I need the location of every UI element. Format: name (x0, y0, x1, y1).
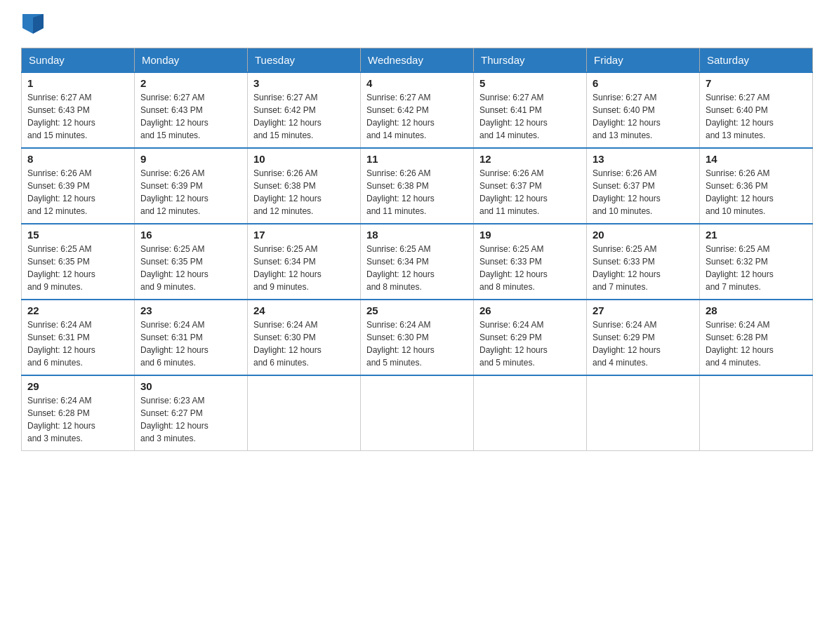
day-info: Sunrise: 6:27 AMSunset: 6:43 PMDaylight:… (27, 93, 95, 140)
day-of-week-header: Friday (587, 48, 700, 73)
calendar-cell: 24Sunrise: 6:24 AMSunset: 6:30 PMDayligh… (248, 300, 361, 375)
calendar-cell: 7Sunrise: 6:27 AMSunset: 6:40 PMDaylight… (700, 72, 813, 148)
calendar-cell: 19Sunrise: 6:25 AMSunset: 6:33 PMDayligh… (474, 224, 587, 300)
day-info: Sunrise: 6:27 AMSunset: 6:43 PMDaylight:… (140, 93, 208, 140)
day-number: 29 (27, 380, 128, 392)
calendar-cell (248, 375, 361, 451)
day-number: 3 (253, 77, 355, 89)
day-of-week-header: Wednesday (361, 48, 474, 73)
day-of-week-header: Monday (135, 48, 248, 73)
calendar-cell: 21Sunrise: 6:25 AMSunset: 6:32 PMDayligh… (700, 224, 813, 300)
day-number: 27 (593, 304, 694, 316)
calendar-cell: 29Sunrise: 6:24 AMSunset: 6:28 PMDayligh… (22, 375, 135, 451)
calendar-cell: 11Sunrise: 6:26 AMSunset: 6:38 PMDayligh… (361, 148, 474, 224)
calendar-cell: 9Sunrise: 6:26 AMSunset: 6:39 PMDaylight… (135, 148, 248, 224)
calendar-cell: 12Sunrise: 6:26 AMSunset: 6:37 PMDayligh… (474, 148, 587, 224)
calendar-cell: 14Sunrise: 6:26 AMSunset: 6:36 PMDayligh… (700, 148, 813, 224)
calendar-week-row: 15Sunrise: 6:25 AMSunset: 6:35 PMDayligh… (22, 224, 813, 300)
day-info: Sunrise: 6:26 AMSunset: 6:37 PMDaylight:… (479, 168, 548, 216)
day-number: 6 (593, 77, 694, 89)
day-number: 9 (140, 153, 241, 165)
day-info: Sunrise: 6:27 AMSunset: 6:42 PMDaylight:… (253, 93, 322, 140)
day-info: Sunrise: 6:25 AMSunset: 6:33 PMDaylight:… (479, 244, 548, 292)
day-of-week-header: Thursday (474, 48, 587, 73)
day-number: 4 (366, 77, 468, 89)
day-number: 5 (479, 77, 581, 89)
day-info: Sunrise: 6:26 AMSunset: 6:36 PMDaylight:… (706, 168, 774, 216)
day-number: 1 (27, 77, 128, 89)
day-number: 24 (253, 304, 355, 316)
day-number: 21 (706, 229, 807, 241)
day-number: 10 (253, 153, 355, 165)
day-info: Sunrise: 6:25 AMSunset: 6:32 PMDaylight:… (706, 244, 774, 292)
day-number: 8 (27, 153, 128, 165)
day-info: Sunrise: 6:25 AMSunset: 6:34 PMDaylight:… (366, 244, 435, 292)
day-info: Sunrise: 6:24 AMSunset: 6:30 PMDaylight:… (253, 320, 322, 368)
calendar-cell: 13Sunrise: 6:26 AMSunset: 6:37 PMDayligh… (587, 148, 700, 224)
day-info: Sunrise: 6:27 AMSunset: 6:40 PMDaylight:… (593, 93, 661, 140)
day-info: Sunrise: 6:26 AMSunset: 6:39 PMDaylight:… (27, 168, 95, 216)
day-number: 28 (706, 304, 807, 316)
day-info: Sunrise: 6:26 AMSunset: 6:39 PMDaylight:… (140, 168, 208, 216)
day-number: 7 (706, 77, 807, 89)
day-info: Sunrise: 6:25 AMSunset: 6:34 PMDaylight:… (253, 244, 322, 292)
calendar-cell: 26Sunrise: 6:24 AMSunset: 6:29 PMDayligh… (474, 300, 587, 375)
calendar-cell: 10Sunrise: 6:26 AMSunset: 6:38 PMDayligh… (248, 148, 361, 224)
calendar-cell (474, 375, 587, 451)
calendar-cell: 16Sunrise: 6:25 AMSunset: 6:35 PMDayligh… (135, 224, 248, 300)
day-number: 15 (27, 229, 128, 241)
day-number: 18 (366, 229, 468, 241)
day-info: Sunrise: 6:26 AMSunset: 6:38 PMDaylight:… (253, 168, 322, 216)
day-number: 11 (366, 153, 468, 165)
day-number: 16 (140, 229, 241, 241)
day-info: Sunrise: 6:24 AMSunset: 6:29 PMDaylight:… (593, 320, 661, 368)
day-info: Sunrise: 6:27 AMSunset: 6:40 PMDaylight:… (706, 93, 774, 140)
day-info: Sunrise: 6:23 AMSunset: 6:27 PMDaylight:… (140, 396, 208, 443)
calendar-cell: 30Sunrise: 6:23 AMSunset: 6:27 PMDayligh… (135, 375, 248, 451)
calendar-cell: 28Sunrise: 6:24 AMSunset: 6:28 PMDayligh… (700, 300, 813, 375)
calendar-cell: 25Sunrise: 6:24 AMSunset: 6:30 PMDayligh… (361, 300, 474, 375)
day-number: 20 (593, 229, 694, 241)
day-number: 2 (140, 77, 241, 89)
logo (21, 14, 44, 34)
day-number: 30 (140, 380, 241, 392)
calendar-cell: 2Sunrise: 6:27 AMSunset: 6:43 PMDaylight… (135, 72, 248, 148)
calendar-cell: 6Sunrise: 6:27 AMSunset: 6:40 PMDaylight… (587, 72, 700, 148)
calendar-cell (700, 375, 813, 451)
page-header (21, 14, 813, 34)
day-info: Sunrise: 6:26 AMSunset: 6:37 PMDaylight:… (593, 168, 661, 216)
day-info: Sunrise: 6:27 AMSunset: 6:41 PMDaylight:… (479, 93, 548, 140)
day-info: Sunrise: 6:24 AMSunset: 6:29 PMDaylight:… (479, 320, 548, 368)
day-info: Sunrise: 6:24 AMSunset: 6:28 PMDaylight:… (27, 396, 95, 443)
calendar-table: SundayMondayTuesdayWednesdayThursdayFrid… (21, 48, 813, 451)
day-info: Sunrise: 6:24 AMSunset: 6:28 PMDaylight:… (706, 320, 774, 368)
day-info: Sunrise: 6:24 AMSunset: 6:31 PMDaylight:… (27, 320, 95, 368)
calendar-cell: 3Sunrise: 6:27 AMSunset: 6:42 PMDaylight… (248, 72, 361, 148)
calendar-week-row: 8Sunrise: 6:26 AMSunset: 6:39 PMDaylight… (22, 148, 813, 224)
calendar-cell: 20Sunrise: 6:25 AMSunset: 6:33 PMDayligh… (587, 224, 700, 300)
calendar-week-row: 29Sunrise: 6:24 AMSunset: 6:28 PMDayligh… (22, 375, 813, 451)
day-info: Sunrise: 6:26 AMSunset: 6:38 PMDaylight:… (366, 168, 435, 216)
day-number: 26 (479, 304, 581, 316)
day-number: 22 (27, 304, 128, 316)
calendar-cell: 18Sunrise: 6:25 AMSunset: 6:34 PMDayligh… (361, 224, 474, 300)
calendar-week-row: 22Sunrise: 6:24 AMSunset: 6:31 PMDayligh… (22, 300, 813, 375)
day-number: 17 (253, 229, 355, 241)
calendar-cell: 5Sunrise: 6:27 AMSunset: 6:41 PMDaylight… (474, 72, 587, 148)
calendar-cell: 8Sunrise: 6:26 AMSunset: 6:39 PMDaylight… (22, 148, 135, 224)
calendar-header-row: SundayMondayTuesdayWednesdayThursdayFrid… (22, 48, 813, 73)
calendar-cell: 4Sunrise: 6:27 AMSunset: 6:42 PMDaylight… (361, 72, 474, 148)
day-info: Sunrise: 6:24 AMSunset: 6:30 PMDaylight:… (366, 320, 435, 368)
calendar-cell: 15Sunrise: 6:25 AMSunset: 6:35 PMDayligh… (22, 224, 135, 300)
day-info: Sunrise: 6:25 AMSunset: 6:35 PMDaylight:… (140, 244, 208, 292)
day-number: 14 (706, 153, 807, 165)
day-of-week-header: Saturday (700, 48, 813, 73)
calendar-cell: 1Sunrise: 6:27 AMSunset: 6:43 PMDaylight… (22, 72, 135, 148)
day-info: Sunrise: 6:25 AMSunset: 6:35 PMDaylight:… (27, 244, 95, 292)
calendar-week-row: 1Sunrise: 6:27 AMSunset: 6:43 PMDaylight… (22, 72, 813, 148)
day-number: 19 (479, 229, 581, 241)
calendar-cell (587, 375, 700, 451)
day-info: Sunrise: 6:24 AMSunset: 6:31 PMDaylight:… (140, 320, 208, 368)
logo-icon (22, 14, 44, 34)
calendar-cell: 27Sunrise: 6:24 AMSunset: 6:29 PMDayligh… (587, 300, 700, 375)
